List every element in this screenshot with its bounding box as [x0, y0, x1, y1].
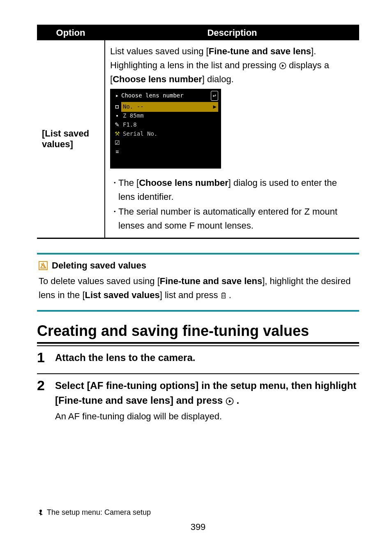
step-2: 2 Select [AF fine-tuning options] in the…	[37, 373, 359, 431]
note-body: To delete values saved using [Fine-tune …	[39, 274, 357, 302]
right-icon	[279, 60, 289, 70]
camera-menu-image: ▸ Choose lens number ↩ ◘No. --▶ ▪Z 85mm …	[110, 89, 221, 169]
warning-icon	[39, 261, 48, 270]
camera-selected-row: No. --▶	[121, 102, 218, 112]
col-option: Option	[37, 25, 105, 40]
camera-line: Z 85mm	[121, 111, 144, 120]
step-title-text: Select [AF fine-tuning options] in the s…	[55, 380, 356, 406]
step-subtext: An AF fine-tuning dialog will be display…	[55, 410, 359, 423]
desc-bold: Choose lens number	[113, 74, 202, 84]
step-title-text: .	[236, 395, 239, 406]
page-number: 399	[37, 522, 359, 532]
bullet-bold: Choose lens number	[139, 178, 228, 188]
note-text: To delete values saved using [	[39, 276, 160, 286]
back-icon: ↩	[211, 91, 218, 101]
options-table: Option Description [List saved values] L…	[37, 25, 359, 239]
note-title-text: Deleting saved values	[52, 260, 146, 271]
video-icon: ▪	[113, 111, 121, 120]
note-bold: Fine-tune and save lens	[160, 276, 262, 286]
desc-text: ] dialog.	[202, 74, 234, 84]
camera-icon: ◘	[113, 102, 121, 111]
camera-line: F1.8	[121, 120, 137, 130]
note-bold: List saved values	[85, 290, 160, 300]
section-heading: Creating and saving fine-tuning values	[37, 322, 359, 344]
option-name: [List saved values]	[37, 40, 105, 238]
wrench-icon: ⚒	[113, 130, 121, 139]
camera-title: Choose lens number	[121, 91, 184, 100]
right-icon	[226, 395, 237, 406]
camera-line: Serial No.	[121, 130, 157, 139]
note-callout: Deleting saved values To delete values s…	[37, 253, 359, 311]
svg-marker-3	[229, 400, 231, 403]
note-text: ] list and press	[160, 290, 221, 300]
col-description: Description	[105, 25, 359, 40]
step-title: Select [AF fine-tuning options] in the s…	[55, 380, 356, 406]
edit-icon: ☑	[113, 139, 121, 148]
play-icon: ▸	[113, 91, 121, 100]
table-row: [List saved values] List values saved us…	[37, 40, 359, 238]
step-title: Attach the lens to the camera.	[55, 352, 195, 363]
step-1: 1 Attach the lens to the camera.	[37, 345, 359, 373]
page-footer: The setup menu: Camera setup 399	[37, 500, 359, 532]
desc-text: List values saved using [	[110, 46, 209, 56]
note-text: .	[229, 290, 231, 300]
pencil-icon: ✎	[113, 120, 121, 130]
setup-icon	[37, 508, 44, 517]
desc-bold: Fine-tune and save lens	[209, 46, 311, 56]
trash-icon	[221, 290, 229, 300]
step-number: 1	[37, 350, 49, 365]
step-number: 2	[37, 378, 49, 423]
list-icon: ≡	[113, 148, 121, 157]
list-item: The [Choose lens number] dialog is used …	[110, 176, 354, 204]
svg-marker-1	[282, 64, 284, 67]
option-description: List values saved using [Fine-tune and s…	[105, 40, 359, 238]
bullet-text: The [	[118, 178, 139, 188]
footer-text: The setup menu: Camera setup	[47, 508, 151, 517]
list-item: The serial number is automatically enter…	[110, 205, 354, 233]
